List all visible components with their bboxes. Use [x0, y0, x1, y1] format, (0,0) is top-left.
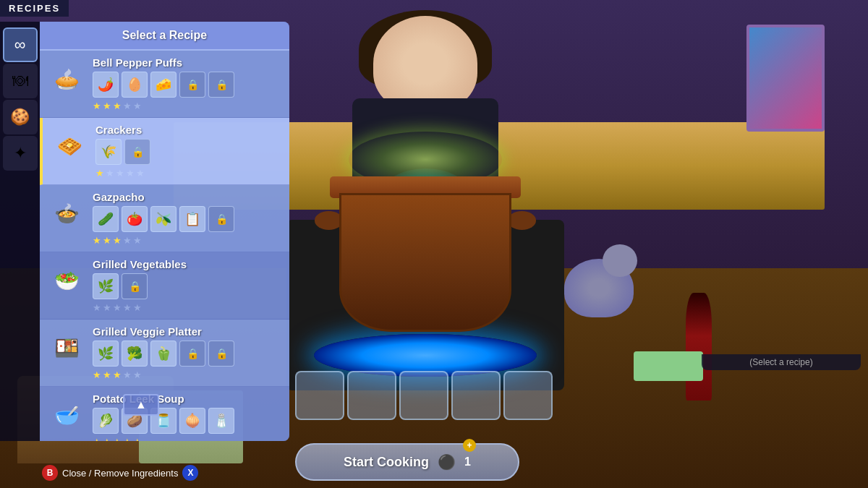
star-2: ★: [113, 235, 122, 246]
ingredient-0: 🌶️: [93, 72, 119, 98]
recipe-info: Crackers 🌾🔒 ★★★★★: [95, 124, 282, 179]
ingredient-slot-4[interactable]: [451, 371, 501, 420]
locked-slot-0: 🔒: [122, 273, 148, 299]
recipe-info: Bell Pepper Puffs 🌶️🥚🧀🔒🔒 ★★★★★: [93, 56, 282, 111]
locked-slot-0: 🔒: [124, 139, 150, 165]
recipe-ingredients: 🌾🔒: [95, 139, 282, 165]
ingredient-slot-3[interactable]: [399, 371, 448, 420]
picture-frame: [746, 25, 825, 132]
sidebar-item-snacks[interactable]: 🍪: [3, 100, 38, 134]
ingredient-slot-2[interactable]: [347, 371, 396, 420]
recipe-item-0[interactable]: 🥧 Bell Pepper Puffs 🌶️🥚🧀🔒🔒 ★★★★★: [40, 51, 289, 118]
star-1: ★: [103, 302, 111, 313]
star-3: ★: [123, 100, 132, 111]
recipe-thumb: 🥗: [47, 261, 87, 301]
wine-bottle: [686, 293, 712, 401]
cookie-icon: 🍪: [10, 108, 30, 127]
locked-slot-1: 🔒: [208, 341, 234, 367]
start-cooking-label: Start Cooking: [344, 455, 429, 470]
sidebar-item-all[interactable]: ∞: [3, 27, 38, 62]
star-2: ★: [116, 168, 124, 179]
ingredient-slot-5[interactable]: [503, 371, 553, 420]
recipe-item-2[interactable]: 🍲 Gazpacho 🥒🍅🫒📋🔒 ★★★★★: [40, 185, 289, 252]
recipe-name: Crackers: [95, 124, 282, 136]
close-label-text: Close / Remove Ingredients: [62, 468, 178, 479]
star-4: ★: [133, 369, 142, 380]
recipe-ingredients: 🌿🥦🫑🔒🔒: [93, 341, 282, 367]
recipe-item-3[interactable]: 🥗 Grilled Vegetables 🌿🔒 ★★★★★: [40, 252, 289, 320]
green-tray: [634, 351, 703, 381]
recipe-name: Bell Pepper Puffs: [93, 56, 282, 69]
star-icon: ✦: [14, 144, 27, 163]
pot-handle-right: [508, 211, 537, 230]
star-4: ★: [133, 302, 142, 313]
recipe-ingredients: 🌿🔒: [93, 273, 282, 299]
hint-text: (Select a recipe): [749, 357, 812, 367]
star-0: ★: [93, 100, 101, 111]
ingredient-slot-1[interactable]: [295, 371, 344, 420]
recipe-name: Grilled Vegetables: [93, 258, 282, 270]
recipe-stars: ★★★★★: [93, 302, 282, 313]
char-head: [373, 16, 477, 111]
star-1: ★: [103, 100, 111, 111]
bottom-controls: B Close / Remove Ingredients X: [0, 430, 289, 488]
recipes-title: RECIPES: [9, 3, 60, 14]
star-0: ★: [93, 235, 101, 246]
sidebar-item-special[interactable]: ✦: [3, 136, 38, 171]
star-0: ★: [93, 302, 101, 313]
start-cooking-button[interactable]: + Start Cooking ⚫ 1: [295, 443, 519, 481]
rat-head: [603, 244, 637, 278]
select-recipe-hint: (Select a recipe): [702, 354, 861, 370]
star-1: ★: [106, 168, 114, 179]
pot-body: [339, 193, 511, 332]
recipe-stars: ★★★★★: [95, 168, 282, 179]
star-3: ★: [123, 369, 132, 380]
star-0: ★: [95, 168, 104, 179]
ingredient-0: 🌿: [93, 341, 119, 367]
recipe-name: Gazpacho: [93, 191, 282, 203]
ingredient-2: 🫑: [150, 341, 176, 367]
recipe-info: Gazpacho 🥒🍅🫒📋🔒 ★★★★★: [93, 191, 282, 246]
recipes-tab-label: RECIPES: [0, 0, 69, 17]
ingredient-slots: [295, 371, 553, 420]
coal-icon: ⚫: [438, 453, 456, 471]
recipe-stars: ★★★★★: [93, 369, 282, 380]
star-1: ★: [103, 235, 111, 246]
select-recipe-bar: Select a Recipe: [40, 22, 289, 51]
chevron-up-icon: ▲: [135, 398, 147, 411]
star-1: ★: [103, 369, 111, 380]
recipe-thumb: 🍱: [47, 328, 87, 368]
star-3: ★: [126, 168, 135, 179]
recipe-thumb: 🍲: [47, 194, 87, 234]
x-button-badge: X: [182, 465, 198, 481]
recipe-name: Potato Leek Soup: [93, 393, 282, 405]
recipe-thumb: 🧇: [50, 127, 90, 166]
locked-slot-0: 🔒: [179, 341, 205, 367]
ingredient-2: 🧀: [150, 72, 176, 98]
star-2: ★: [113, 369, 122, 380]
recipe-name: Grilled Veggie Platter: [93, 325, 282, 338]
ingredient-1: 🍅: [122, 206, 148, 232]
sidebar-item-meals[interactable]: 🍽: [3, 64, 38, 98]
ingredient-0: 🥒: [93, 206, 119, 232]
star-0: ★: [93, 369, 101, 380]
recipe-thumb: 🥧: [47, 59, 87, 99]
ingredient-1: 🥚: [122, 72, 148, 98]
recipe-item-4[interactable]: 🍱 Grilled Veggie Platter 🌿🥦🫑🔒🔒 ★★★★★: [40, 320, 289, 387]
ingredient-3: 📋: [179, 206, 205, 232]
b-button-badge: B: [42, 465, 58, 481]
recipe-list[interactable]: 🥧 Bell Pepper Puffs 🌶️🥚🧀🔒🔒 ★★★★★ 🧇 Crack…: [40, 51, 289, 441]
star-4: ★: [133, 100, 142, 111]
cooking-pot: [330, 147, 521, 333]
ingredient-0: 🌿: [93, 273, 119, 299]
recipe-stars: ★★★★★: [93, 235, 282, 246]
recipe-item-1[interactable]: 🧇 Crackers 🌾🔒 ★★★★★: [40, 118, 289, 185]
ingredient-2: 🫒: [150, 206, 176, 232]
ingredient-1: 🥦: [122, 341, 148, 367]
ingredient-0: 🌾: [95, 139, 122, 165]
recipe-info: Grilled Veggie Platter 🌿🥦🫑🔒🔒 ★★★★★: [93, 325, 282, 380]
infinity-icon: ∞: [14, 35, 26, 54]
scroll-up-button[interactable]: ▲: [123, 394, 159, 416]
locked-slot-0: 🔒: [208, 206, 234, 232]
recipe-list-container: Select a Recipe 🥧 Bell Pepper Puffs 🌶️🥚🧀…: [40, 22, 289, 441]
